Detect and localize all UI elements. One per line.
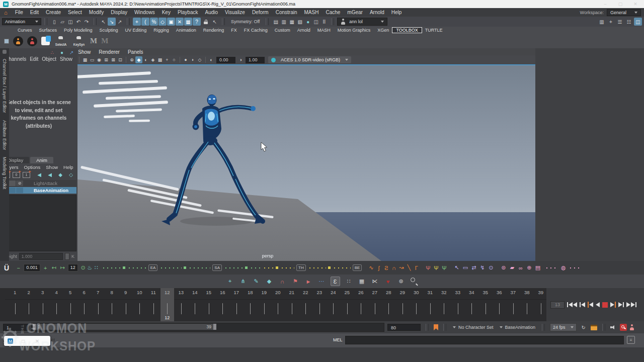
prev-key-icon[interactable]: ↤ [51, 264, 57, 272]
maximize-button[interactable]: ▢ [618, 2, 623, 7]
step-value-field[interactable]: 0.001 [24, 264, 40, 272]
frame-label-6[interactable]: 6 [78, 290, 90, 295]
loop-mode-icon[interactable]: ↻ [580, 323, 588, 331]
frame-label-23[interactable]: 23 [313, 290, 326, 295]
channel-list-icon[interactable]: ☰ [616, 18, 624, 26]
new-scene-icon[interactable]: ▯ [50, 18, 58, 26]
power-icon[interactable]: ⊙ [80, 264, 87, 272]
slider-key-icon[interactable] [245, 266, 248, 269]
menu-help[interactable]: Help [388, 10, 406, 15]
viewport-canvas[interactable]: persp [0, 64, 535, 261]
plane-icon[interactable]: ● [182, 56, 189, 63]
frame-label-36[interactable]: 36 [493, 290, 505, 295]
pause-icon[interactable]: II [320, 18, 328, 26]
side-tab-modeling-toolkit[interactable]: Modeling Toolkit [2, 157, 7, 189]
slider-key-icon[interactable] [276, 266, 278, 269]
lights-icon[interactable]: ⊕ [128, 56, 135, 63]
slider-dots-yellow[interactable] [333, 264, 351, 272]
shelf-tab-poly-modeling[interactable]: Poly Modeling [60, 28, 96, 33]
menu-arnold[interactable]: Arnold [366, 10, 388, 15]
link-icon[interactable]: ∞ [517, 264, 524, 272]
script-editor-icon[interactable]: ≡ [627, 336, 635, 344]
rig-tool-icon[interactable]: ⋉ [371, 277, 379, 286]
frame-label-33[interactable]: 33 [452, 290, 464, 295]
maya-m-shelf-icon[interactable]: M [90, 37, 97, 45]
occlusion-icon[interactable]: ◐ [142, 56, 149, 63]
frame-label-37[interactable]: 37 [507, 290, 519, 295]
dashed-keys-icon[interactable]: ∷ [345, 277, 353, 286]
slider-dots-yellow[interactable] [280, 264, 294, 272]
frame-label-8[interactable]: 8 [106, 290, 118, 295]
step-forward-frame-button[interactable] [618, 301, 624, 309]
popup-maximize-button[interactable]: □ [19, 337, 27, 345]
decrement-icon[interactable]: − [15, 264, 22, 272]
frame-label-28[interactable]: 28 [382, 290, 394, 295]
ease-curve-7-icon[interactable]: Γ [413, 264, 420, 272]
menu-playback[interactable]: Playback [174, 10, 202, 15]
frame-label-19[interactable]: 19 [258, 290, 270, 295]
slider-dots[interactable] [102, 264, 121, 272]
shelf-tab-arnold[interactable]: Arnold [294, 28, 314, 33]
shelf-tab-motion-graphics[interactable]: Motion Graphics [334, 28, 374, 33]
xray-icon[interactable]: ○ [171, 56, 178, 63]
side-tab-channel-box-layer-editor[interactable]: Channel Box / Layer Editor [2, 59, 7, 113]
step-back-frame-button[interactable] [580, 301, 585, 309]
key-diamond-icon[interactable]: ◆ [265, 277, 274, 286]
key-weight-icon[interactable]: ◇ [67, 171, 75, 179]
walker-icon[interactable]: ⊙ [488, 264, 494, 272]
animation-start-field[interactable]: 1 [3, 324, 28, 331]
multisample-icon[interactable]: ▩ [156, 56, 164, 63]
viewport-menu-panels[interactable]: Panels [124, 49, 147, 55]
menu-windows[interactable]: Windows [131, 10, 158, 15]
frame-label-9[interactable]: 9 [120, 290, 132, 295]
docs-icon[interactable]: ▤ [534, 264, 541, 272]
slider-dots[interactable] [159, 264, 182, 272]
character-set-picker[interactable]: ann lol [337, 18, 387, 26]
folder-icon[interactable]: ▰ [509, 264, 515, 272]
auto-keyframe-icon[interactable] [620, 324, 627, 331]
frame-label-16[interactable]: 16 [216, 290, 228, 295]
exposure-field[interactable]: 0.00 [216, 57, 235, 63]
shelf-item-selecta[interactable]: SelectA [54, 36, 68, 46]
shelf-tab-toolbox[interactable]: TOOLBOX [392, 28, 421, 33]
slider-chip-th[interactable]: TH [296, 264, 306, 271]
redo-icon[interactable]: ↷ [83, 18, 91, 26]
two-sided-icon[interactable]: ⊡ [117, 56, 124, 63]
playblast-icon[interactable] [591, 325, 597, 330]
frame-label-29[interactable]: 29 [396, 290, 409, 295]
character-set-dropdown[interactable]: No Character Set [451, 325, 495, 330]
wireframe-on-shaded-icon[interactable]: ⊠ [110, 56, 117, 63]
slider-key-icon[interactable] [184, 266, 186, 269]
floating-mini-window[interactable]: M □✕ [4, 336, 50, 346]
frame-label-7[interactable]: 7 [92, 290, 104, 295]
render-current-icon[interactable]: ▥ [280, 18, 288, 26]
key-prev-icon[interactable]: ◀ [35, 171, 43, 179]
shelf-tab-fx[interactable]: FX [227, 28, 240, 33]
next-key-icon[interactable]: ↦ [59, 264, 66, 272]
weight-field[interactable]: 1.000 [19, 253, 63, 260]
layer-menu-show[interactable]: Show [46, 164, 58, 170]
layer-tab-anim[interactable]: Anim [30, 157, 53, 163]
side-tab-attribute-editor[interactable]: Attribute Editor [2, 120, 7, 150]
menu-display[interactable]: Display [107, 10, 131, 15]
frame-label-10[interactable]: 10 [133, 290, 145, 295]
select-set-icon[interactable]: ▭ [462, 264, 468, 272]
use-default-material-icon[interactable]: ⊞ [103, 56, 110, 63]
frame-label-30[interactable]: 30 [410, 290, 422, 295]
ease-curve-4-icon[interactable]: ∩ [390, 264, 397, 272]
frame-label-4[interactable]: 4 [50, 290, 62, 295]
frame-label-18[interactable]: 18 [244, 290, 256, 295]
select-tool-icon[interactable]: ↖ [100, 18, 108, 26]
key-blend-icon[interactable]: ◆ [56, 171, 64, 179]
menu-visualize[interactable]: Visualize [221, 10, 249, 15]
red-pose-icon[interactable]: Ψ [425, 264, 431, 272]
frame-label-24[interactable]: 24 [327, 290, 339, 295]
maya-m-shelf-icon-2[interactable]: M [101, 37, 108, 45]
increment-icon[interactable]: + [42, 264, 49, 272]
snap-move-icon[interactable]: + [133, 18, 141, 26]
slider-dots[interactable] [224, 264, 243, 272]
snap-help-icon[interactable]: ? [193, 18, 201, 26]
half-icon[interactable]: ◗ [189, 56, 196, 63]
snap-projected-icon[interactable]: ▣ [167, 18, 175, 26]
timeline-ruler[interactable]: 1234567891011121213141516171819202122232… [5, 288, 547, 321]
